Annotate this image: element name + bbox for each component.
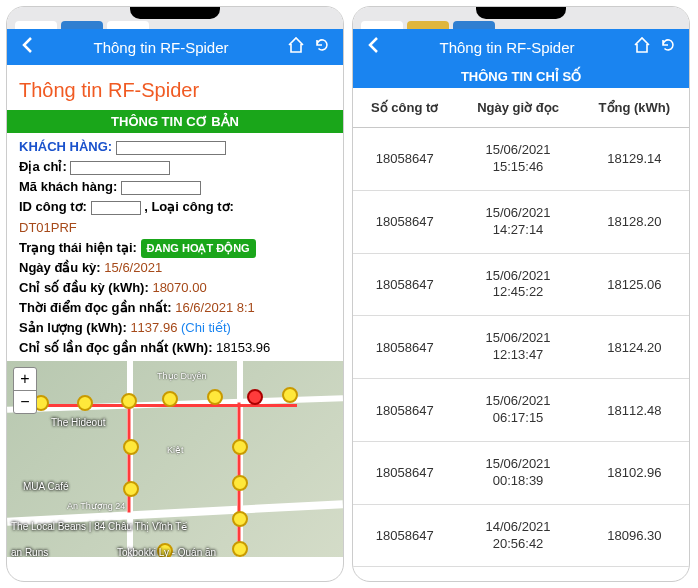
content-right: THÔNG TIN CHỈ SỐ Số công tơ Ngày giờ đọc… [353, 65, 689, 581]
notch [476, 7, 566, 19]
startidx-value: 18070.00 [152, 280, 206, 295]
table-row[interactable]: 1805864714/06/202120:56:4218096.30 [353, 504, 689, 567]
cell-meter: 18058647 [353, 379, 456, 442]
section-readings-header: THÔNG TIN CHỈ SỐ [353, 65, 689, 88]
cell-meter: 18058647 [353, 441, 456, 504]
detail-link[interactable]: (Chi tiết) [181, 320, 231, 335]
col-total: Tổng (kWh) [580, 88, 689, 128]
cell-total: 18125.06 [580, 253, 689, 316]
cell-time: 15/06/202112:13:47 [456, 316, 579, 379]
col-meter: Số công tơ [353, 88, 456, 128]
output-label: Sản lượng (kWh): [19, 320, 127, 335]
cell-time: 14/06/202120:56:42 [456, 504, 579, 567]
cell-meter: 18058647 [353, 253, 456, 316]
notch [130, 7, 220, 19]
cell-time: 15/06/202100:18:39 [456, 441, 579, 504]
table-row[interactable]: 1805864715/06/202115:15:4618129.14 [353, 128, 689, 191]
zoom-in-button[interactable]: + [14, 368, 36, 391]
startidx-label: Chỉ số đầu kỳ (kWh): [19, 280, 149, 295]
output-value: 1137.96 [130, 320, 177, 335]
back-button[interactable] [361, 36, 385, 59]
refresh-icon[interactable] [309, 36, 335, 59]
home-icon[interactable] [283, 36, 309, 59]
cell-time: 15/06/202106:17:15 [456, 379, 579, 442]
cell-total: 18129.14 [580, 128, 689, 191]
lastread-value: 16/6/2021 8:1 [175, 300, 255, 315]
cell-time: 15/06/202112:45:22 [456, 253, 579, 316]
page-title: Thông tin RF-Spider [19, 79, 331, 102]
readings-table: Số công tơ Ngày giờ đọc Tổng (kWh) 18058… [353, 88, 689, 567]
map-label-beans: The Local Beans | 84 Châu Thị Vĩnh Tế [11, 521, 187, 532]
table-row[interactable]: 1805864715/06/202106:17:1518112.48 [353, 379, 689, 442]
map-road-kiet: Kiệt [167, 445, 184, 455]
cell-total: 18124.20 [580, 316, 689, 379]
table-row[interactable]: 1805864715/06/202112:13:4718124.20 [353, 316, 689, 379]
custcode-value [121, 181, 201, 195]
header-title: Thông tin RF-Spider [385, 39, 629, 56]
table-row[interactable]: 1805864715/06/202114:27:1418128.20 [353, 190, 689, 253]
home-icon[interactable] [629, 36, 655, 59]
map-label-tokbokki: Tokbokki Ly - Quán ăn [117, 547, 216, 557]
app-header: Thông tin RF-Spider [353, 29, 689, 65]
col-time: Ngày giờ đọc [456, 88, 579, 128]
section-basic-header: THÔNG TIN CƠ BẢN [7, 110, 343, 133]
map-road-anthuong: An Thượng 24 [67, 501, 125, 511]
map-label-runs: an Runs [11, 547, 48, 557]
zoom-out-button[interactable]: − [14, 391, 36, 413]
header-title: Thông tin RF-Spider [39, 39, 283, 56]
map-road-thucduyen: Thục Duyên [157, 371, 207, 381]
cell-meter: 18058647 [353, 316, 456, 379]
startdate-label: Ngày đầu kỳ: [19, 260, 101, 275]
lastread-label: Thời điểm đọc gần nhất: [19, 300, 172, 315]
lastidx-value: 18153.96 [216, 340, 270, 355]
cell-time: 15/06/202114:27:14 [456, 190, 579, 253]
map-zoom: + − [13, 367, 37, 414]
cell-total: 18128.20 [580, 190, 689, 253]
phone-right: Thông tin RF-Spider THÔNG TIN CHỈ SỐ Số … [352, 6, 690, 582]
metertype-value: DT01PRF [19, 218, 331, 238]
cell-total: 18112.48 [580, 379, 689, 442]
back-button[interactable] [15, 36, 39, 59]
custcode-label: Mã khách hàng: [19, 179, 117, 194]
map-label-hideout: The Hideout [51, 417, 105, 428]
app-header: Thông tin RF-Spider [7, 29, 343, 65]
cell-meter: 18058647 [353, 504, 456, 567]
metertype-label: , Loại công tơ: [144, 199, 234, 214]
cell-time: 15/06/202115:15:46 [456, 128, 579, 191]
address-value [70, 161, 170, 175]
content-left: Thông tin RF-Spider THÔNG TIN CƠ BẢN KHÁ… [7, 65, 343, 581]
customer-value [116, 141, 226, 155]
lastidx-label: Chỉ số lần đọc gần nhất (kWh): [19, 340, 212, 355]
phone-left: Thông tin RF-Spider Thông tin RF-Spider … [6, 6, 344, 582]
cell-meter: 18058647 [353, 128, 456, 191]
startdate-value: 15/6/2021 [104, 260, 162, 275]
cell-total: 18096.30 [580, 504, 689, 567]
cell-meter: 18058647 [353, 190, 456, 253]
map-view[interactable]: The Hideout MUA Café The Local Beans | 8… [7, 361, 343, 557]
customer-label: KHÁCH HÀNG: [19, 139, 112, 154]
cell-total: 18102.96 [580, 441, 689, 504]
address-label: Địa chỉ: [19, 159, 67, 174]
table-row[interactable]: 1805864715/06/202112:45:2218125.06 [353, 253, 689, 316]
state-label: Trạng thái hiện tại: [19, 240, 137, 255]
meterid-value [91, 201, 141, 215]
refresh-icon[interactable] [655, 36, 681, 59]
meterid-label: ID công tơ: [19, 199, 87, 214]
status-badge: ĐANG HOẠT ĐỘNG [141, 239, 256, 258]
map-label-mua: MUA Café [23, 481, 69, 492]
table-row[interactable]: 1805864715/06/202100:18:3918102.96 [353, 441, 689, 504]
